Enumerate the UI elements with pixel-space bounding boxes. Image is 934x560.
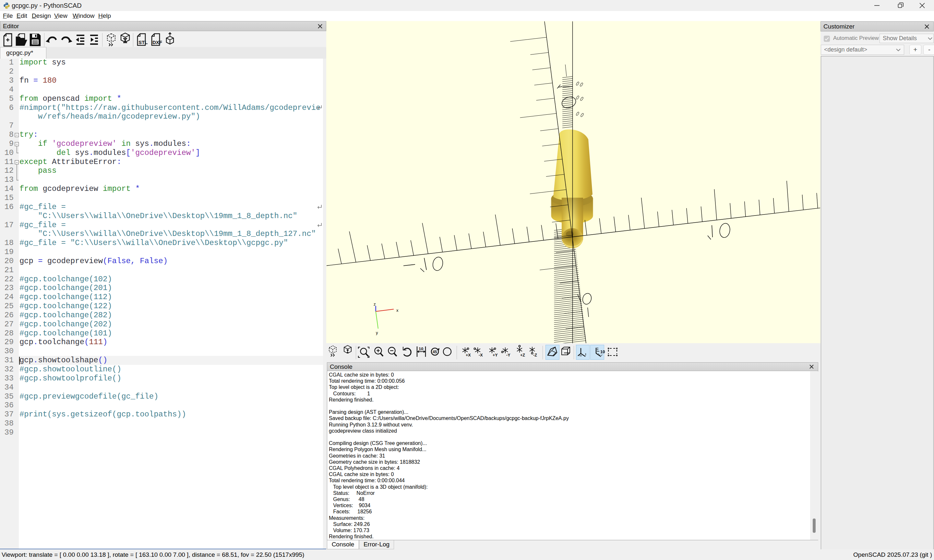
svg-text:10: 10 <box>600 349 605 354</box>
svg-text:y: y <box>376 330 378 335</box>
svg-text:-Y: -Y <box>506 353 510 357</box>
svg-text:x: x <box>396 308 399 313</box>
svg-text:10: 10 <box>419 346 423 351</box>
svg-text:+Y: +Y <box>493 353 498 357</box>
svg-text:-Z: -Z <box>533 353 537 357</box>
svg-text:z: z <box>374 302 376 306</box>
svg-text:STL: STL <box>139 40 148 45</box>
svg-text:+X: +X <box>466 353 471 357</box>
svg-text:DXF: DXF <box>153 40 162 45</box>
svg-text:45: 45 <box>433 350 437 354</box>
svg-text:+Z: +Z <box>520 353 525 357</box>
svg-text:-X: -X <box>479 353 483 357</box>
